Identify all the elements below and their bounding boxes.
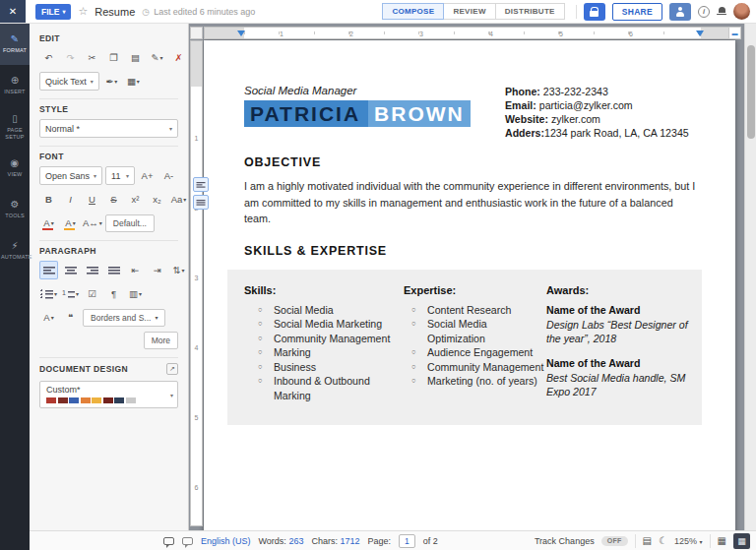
vertical-ruler[interactable]: 1 2 3 4 5 6 (190, 40, 203, 526)
undo-icon: ↶ (45, 52, 53, 63)
line-spacing-button[interactable]: ⇅▾ (169, 261, 188, 279)
strikethrough-button[interactable]: S (104, 190, 123, 209)
document-page[interactable]: Social Media Manager PATRICIABROWN Phone… (204, 40, 735, 530)
quick-action-button[interactable] (193, 195, 209, 210)
font-size-dropdown[interactable]: 11▾ (105, 166, 135, 185)
collaborate-button[interactable] (669, 3, 691, 21)
ruler-number: 1 (280, 29, 284, 39)
signature-button[interactable]: ✒▾ (102, 72, 121, 91)
right-margin-marker[interactable] (696, 31, 704, 36)
indent-button[interactable]: ⇥ (148, 261, 166, 279)
keypad-icon: ▦ (737, 536, 746, 546)
color-swatch (69, 397, 79, 403)
justify-button[interactable] (104, 261, 123, 279)
increase-font-button[interactable]: A+ (138, 166, 157, 185)
more-button[interactable]: More (144, 332, 178, 349)
quick-action-button[interactable] (193, 177, 209, 192)
font-family-dropdown[interactable]: Open Sans▾ (39, 166, 102, 185)
notifications-bell-icon[interactable] (717, 6, 726, 17)
quick-text-dropdown[interactable]: Quick Text▾ (39, 72, 99, 91)
bullet-list-button[interactable]: ▾ (39, 284, 58, 303)
night-mode-moon-icon[interactable]: ☾ (659, 536, 667, 546)
open-design-gallery-button[interactable]: ↗ (166, 363, 178, 375)
paragraph-style-dropdown[interactable]: Normal *▾ (39, 119, 178, 138)
vertical-scrollbar[interactable] (744, 24, 756, 530)
favorite-star-icon[interactable]: ☆ (78, 6, 88, 17)
document-title[interactable]: Resume (94, 6, 135, 18)
highlight-color-button[interactable]: A▾ (61, 214, 80, 232)
user-avatar[interactable] (733, 3, 750, 20)
change-case-button[interactable]: Aa▾ (169, 190, 188, 209)
drop-cap-button[interactable]: A▾ (39, 308, 58, 327)
tab-compose[interactable]: COMPOSE (382, 3, 444, 20)
chat-icon[interactable] (182, 537, 193, 545)
info-button[interactable]: i (698, 6, 710, 18)
insert-field-button[interactable]: ▦▾ (124, 72, 143, 91)
scrollbar-thumb[interactable] (747, 45, 755, 139)
align-center-button[interactable] (61, 261, 80, 279)
close-button[interactable]: ✕ (0, 0, 26, 23)
selection-quick-actions (193, 177, 209, 210)
outdent-button[interactable]: ⇤ (126, 261, 145, 279)
redo-button[interactable]: ↷ (61, 48, 80, 67)
page-view-icon[interactable]: ▤ (643, 536, 652, 546)
checklist-button[interactable]: ☑ (83, 284, 101, 303)
superscript-button[interactable]: x² (126, 190, 145, 209)
indent-marker[interactable] (237, 31, 245, 36)
show-formatting-button[interactable]: ¶ (104, 284, 123, 303)
bold-button[interactable]: B (39, 190, 58, 209)
tab-review[interactable]: REVIEW (444, 3, 495, 20)
font-default-button[interactable]: Default... (105, 214, 155, 232)
rail-item-page-setup[interactable]: ▯PAGE SETUP (0, 106, 30, 148)
format-painter-button[interactable]: ✎▾ (148, 48, 166, 67)
horizontal-ruler[interactable]: 1 2 3 4 5 6 7 (204, 27, 735, 39)
cut-button[interactable]: ✂ (83, 48, 101, 67)
tab-distribute[interactable]: DISTRIBUTE (496, 3, 565, 20)
columns-button[interactable]: ▥▾ (126, 284, 145, 303)
quote-button[interactable]: ❝ (61, 308, 80, 327)
paste-button[interactable]: ▤ (126, 48, 145, 67)
rail-item-tools[interactable]: ⚙TOOLS (0, 189, 30, 230)
zoom-control[interactable]: 125% ▾ (674, 536, 703, 546)
numbered-list-button[interactable]: ▾ (61, 284, 80, 303)
panel-toggle-button[interactable]: ▦ (733, 533, 750, 549)
borders-shading-button[interactable]: Borders and S...▾ (83, 309, 165, 327)
rail-item-format[interactable]: ✎FORMAT (0, 24, 30, 65)
track-changes-toggle[interactable]: OFF (601, 536, 628, 546)
underline-button[interactable]: U (83, 190, 101, 209)
grid-view-icon[interactable]: ▦ (718, 536, 726, 546)
align-left-button[interactable] (39, 261, 58, 279)
align-right-button[interactable] (83, 261, 101, 279)
rail-item-view[interactable]: ◉VIEW (0, 148, 30, 189)
pilcrow-icon: ¶ (111, 288, 116, 299)
font-color-button[interactable]: A▾ (39, 214, 58, 232)
lock-button[interactable] (584, 3, 605, 21)
color-swatch (92, 397, 101, 403)
ruler-number: 5 (191, 414, 202, 421)
word-count[interactable]: Words: 263 (259, 536, 304, 546)
align-left-icon (43, 266, 55, 275)
rail-item-automate[interactable]: ⚡AUTOMATE (0, 230, 30, 272)
char-count[interactable]: Chars: 1712 (311, 536, 359, 546)
ruler-toggle-button[interactable]: ▬ (728, 27, 741, 39)
comments-icon[interactable] (163, 537, 174, 545)
undo-button[interactable]: ↶ (39, 48, 58, 67)
award-detail: Best Social Media handle, SM Expo 2017 (546, 371, 690, 398)
rail-item-insert[interactable]: ⊕INSERT (0, 65, 30, 106)
contact-line: Adders:1234 park Road, LA, CA 12345 (505, 126, 702, 140)
default-label: Default... (113, 218, 147, 228)
character-spacing-button[interactable]: A↔▾ (83, 214, 102, 232)
file-menu-button[interactable]: FILE▾ (35, 4, 71, 20)
italic-button[interactable]: I (61, 190, 80, 209)
decrease-font-button[interactable]: A- (159, 166, 178, 185)
share-button[interactable]: SHARE (612, 3, 662, 21)
subscript-button[interactable]: x₂ (148, 190, 166, 209)
language-selector[interactable]: English (US) (201, 536, 251, 546)
clear-format-button[interactable]: ✗ (169, 48, 188, 67)
page-number-input[interactable]: 1 (399, 534, 415, 548)
document-design-dropdown[interactable]: Custom* ▾ (39, 381, 178, 408)
ruler-number: 1 (191, 135, 202, 142)
top-margin-zone (191, 41, 202, 87)
copy-button[interactable]: ❐ (104, 48, 123, 67)
editor-canvas: 1 2 3 4 5 6 7 1 2 3 4 5 6 ▬ Social Media… (189, 24, 756, 530)
